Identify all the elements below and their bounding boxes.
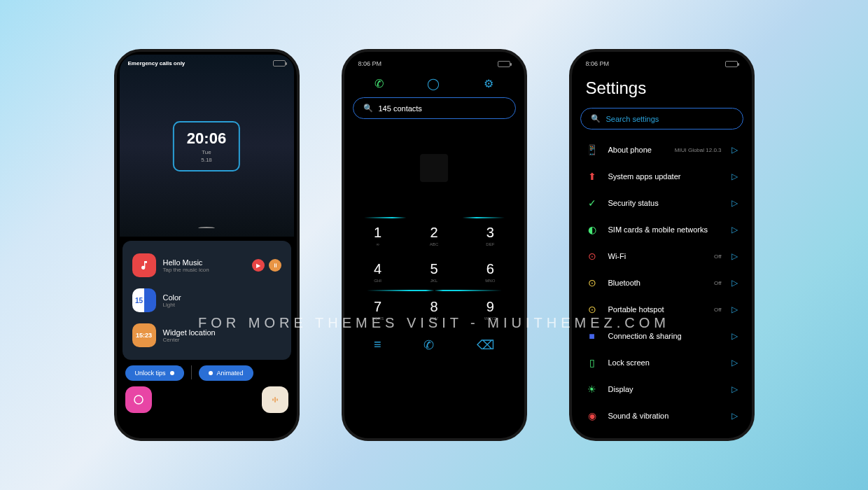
settings-panel: Hello Music Tap the music icon ▶ ⏸ 15 25…: [122, 241, 291, 360]
dial-key-7[interactable]: 7PQRS: [350, 291, 406, 328]
contacts-tab-icon[interactable]: ◯: [427, 77, 440, 90]
settings-row-8[interactable]: ▯Lock screen▷: [580, 349, 743, 376]
settings-item-icon: ⊙: [586, 303, 598, 316]
settings-row-3[interactable]: ◐SIM cards & mobile networks▷: [580, 216, 743, 243]
settings-item-meta: MIUI Global 12.0.3: [675, 147, 722, 153]
settings-search[interactable]: 🔍 Search settings: [580, 108, 743, 130]
settings-tab-icon[interactable]: ⚙: [484, 77, 493, 90]
settings-item-label: Security status: [608, 199, 722, 207]
music-sub: Tap the music icon: [163, 267, 209, 273]
dial-key-6[interactable]: 6MNO: [462, 253, 518, 290]
backspace-icon[interactable]: ⌫: [477, 337, 494, 353]
settings-row-6[interactable]: ⊙Portable hotspotOff▷: [580, 296, 743, 323]
settings-row-9[interactable]: ☀Display▷: [580, 376, 743, 402]
chevron-icon: ▷: [732, 198, 738, 208]
settings-item-meta: Off: [714, 307, 722, 313]
color-sub: Light: [163, 302, 181, 308]
settings-item-label: Wi-Fi: [608, 252, 704, 260]
battery-icon: [273, 60, 286, 66]
chevron-icon: ▷: [732, 358, 738, 368]
music-controls: ▶ ⏸: [252, 259, 281, 272]
settings-row-5[interactable]: ⊙BluetoothOff▷: [580, 270, 743, 296]
svg-point-0: [134, 396, 143, 404]
color-row[interactable]: 15 25 Color Light: [130, 283, 284, 318]
menu-icon[interactable]: ≡: [374, 337, 382, 353]
chevron-icon: ▷: [732, 278, 738, 288]
dock: [125, 386, 288, 413]
empty-state: [353, 119, 516, 217]
settings-item-icon: ⬆: [586, 170, 598, 183]
settings-item-meta: Off: [714, 280, 722, 286]
status-time: 8:06 PM: [586, 60, 610, 67]
widget-row[interactable]: 15:23 Widget location Center: [130, 318, 284, 353]
folder-icon: [420, 154, 448, 182]
settings-item-icon: ■: [586, 330, 598, 342]
dial-actions: ≡ ✆ ⌫: [353, 328, 516, 356]
dial-key-2[interactable]: 2ABC: [406, 217, 462, 253]
settings-row-7[interactable]: ■Connection & sharing▷: [580, 323, 743, 349]
dial-key-8[interactable]: 8TUV: [406, 291, 462, 328]
settings-item-label: Sound & vibration: [608, 412, 722, 420]
music-row[interactable]: Hello Music Tap the music icon ▶ ⏸: [130, 248, 284, 283]
settings-item-icon: ▯: [586, 356, 598, 369]
music-title: Hello Music: [163, 258, 209, 267]
chip-row: Unlock tips Animated: [125, 365, 288, 381]
settings-item-icon: 📱: [586, 144, 598, 156]
settings-item-label: Connection & sharing: [608, 332, 722, 340]
dial-key-3[interactable]: 3DEF: [462, 217, 518, 253]
clock-widget[interactable]: 20:06 Tue 5.18: [173, 121, 240, 172]
settings-item-icon: ⊙: [586, 250, 598, 262]
unlock-tips-chip[interactable]: Unlock tips: [125, 365, 184, 381]
chevron-icon: ▷: [732, 225, 738, 234]
widget-sub: Center: [163, 337, 216, 343]
status-bar: 8:06 PM: [580, 57, 743, 70]
color-title: Color: [163, 293, 181, 302]
play-icon[interactable]: ▶: [252, 259, 265, 272]
emergency-text: Emergency calls only: [128, 60, 186, 66]
settings-row-4[interactable]: ⊙Wi-FiOff▷: [580, 243, 743, 270]
chevron-icon: ▷: [732, 172, 738, 181]
dial-key-4[interactable]: 4GHI: [350, 253, 406, 290]
settings-item-icon: ◐: [586, 223, 598, 236]
search-placeholder: Search settings: [606, 115, 659, 123]
page-title: Settings: [580, 70, 743, 108]
chevron-icon: ▷: [732, 145, 738, 155]
chevron-icon: ▷: [732, 384, 738, 394]
dial-key-1[interactable]: 1∞: [350, 217, 406, 253]
dot-icon: [209, 371, 213, 375]
divider: [191, 365, 192, 379]
animated-label: Animated: [217, 370, 244, 377]
dial-key-9[interactable]: 9WXYZ: [462, 291, 518, 328]
animated-chip[interactable]: Animated: [199, 365, 253, 381]
status-icons: [273, 60, 286, 66]
settings-row-10[interactable]: ◉Sound & vibration▷: [580, 402, 743, 429]
settings-item-meta: Off: [714, 253, 722, 260]
settings-list: 📱About phoneMIUI Global 12.0.3▷⬆System a…: [580, 136, 743, 429]
settings-item-icon: ⊙: [586, 276, 598, 289]
chevron-icon: ▷: [732, 331, 738, 341]
search-icon: 🔍: [363, 104, 373, 113]
phone-dialer: 8:06 PM ✆ ◯ ⚙ 🔍 145 contacts 1∞2ABC3DEF4…: [342, 49, 527, 441]
chevron-icon: ▷: [732, 304, 738, 314]
swipe-indicator[interactable]: [198, 227, 215, 230]
next-icon[interactable]: ⏸: [269, 259, 281, 272]
chevron-icon: ▷: [732, 411, 738, 421]
dial-key-5[interactable]: 5JKL: [406, 253, 462, 290]
settings-item-label: System apps updater: [608, 172, 722, 181]
settings-row-2[interactable]: ✓Security status▷: [580, 190, 743, 216]
call-icon[interactable]: ✆: [424, 337, 434, 353]
settings-item-label: Display: [608, 385, 722, 393]
settings-item-icon: ◉: [586, 410, 598, 422]
settings-row-1[interactable]: ⬆System apps updater▷: [580, 163, 743, 190]
phone-lockscreen: Emergency calls only 20:06 Tue 5.18 Hell…: [114, 49, 300, 441]
dock-app-2[interactable]: [262, 386, 288, 413]
settings-item-label: Portable hotspot: [608, 305, 704, 314]
settings-row-0[interactable]: 📱About phoneMIUI Global 12.0.3▷: [580, 136, 743, 163]
phone-tab-icon[interactable]: ✆: [374, 77, 384, 90]
settings-item-label: About phone: [608, 146, 665, 154]
battery-icon: [498, 61, 510, 67]
clock-time: 20:06: [187, 130, 226, 148]
contact-search[interactable]: 🔍 145 contacts: [353, 97, 516, 119]
phone-settings: 8:06 PM Settings 🔍 Search settings 📱Abou…: [569, 49, 755, 441]
dock-app-1[interactable]: [125, 386, 152, 413]
